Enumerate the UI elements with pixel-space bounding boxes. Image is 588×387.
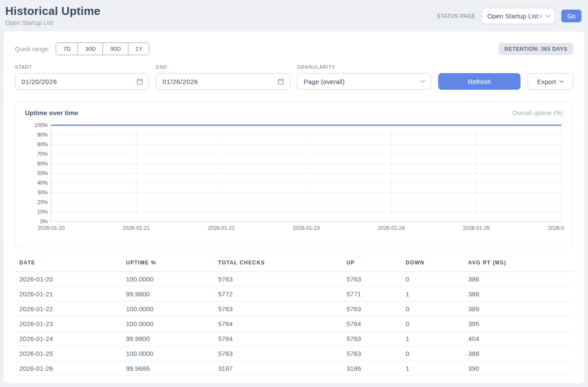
column-header-down: DOWN bbox=[406, 259, 468, 272]
table-cell: 3186 bbox=[347, 361, 406, 376]
start-date-input[interactable]: 01/20/2026 bbox=[15, 73, 149, 90]
table-cell: 5763 bbox=[347, 302, 406, 317]
column-header-uptime: UPTIME % bbox=[126, 259, 218, 272]
granularity-value: Page (overall) bbox=[304, 78, 344, 85]
svg-text:70%: 70% bbox=[37, 151, 48, 157]
end-date-input[interactable]: 01/26/2026 bbox=[156, 73, 290, 90]
table-cell: 100.0000 bbox=[126, 346, 218, 361]
table-cell: 2026-01-20 bbox=[15, 272, 126, 287]
svg-text:2026-01-23: 2026-01-23 bbox=[293, 225, 320, 231]
granularity-field: GRANULARITY Page (overall) bbox=[297, 64, 431, 90]
go-button[interactable]: Go bbox=[561, 10, 581, 22]
status-page-label: STATUS PAGE bbox=[437, 13, 475, 19]
export-button[interactable]: Export bbox=[528, 73, 573, 90]
status-page-select[interactable]: Open Startup List × bbox=[482, 8, 555, 24]
svg-text:2026-01-25: 2026-01-25 bbox=[463, 225, 490, 231]
svg-text:50%: 50% bbox=[37, 170, 48, 176]
uptime-line-chart: 100%90%80%70%60%50%40%30%20%10%0%2026-01… bbox=[24, 121, 564, 234]
svg-text:40%: 40% bbox=[37, 180, 48, 186]
quick-range-90d-button[interactable]: 90D bbox=[103, 43, 128, 55]
table-row: 2026-01-2699.9686318731861390 bbox=[15, 361, 573, 376]
chart-legend: Overall uptime (%) bbox=[512, 109, 563, 116]
end-date-label: END bbox=[156, 64, 290, 70]
retention-badge: RETENTION: 365 DAYS bbox=[499, 43, 573, 55]
table-cell: 2026-01-24 bbox=[15, 331, 126, 346]
table-cell: 0 bbox=[406, 346, 468, 361]
table-row: 2026-01-22100.0000576357630389 bbox=[15, 302, 573, 317]
table-cell: 5764 bbox=[218, 331, 347, 346]
quick-range-1y-button[interactable]: 1Y bbox=[128, 43, 149, 55]
end-date-field: END 01/26/2026 bbox=[156, 64, 290, 90]
table-cell: 388 bbox=[468, 346, 573, 361]
table-row: 2026-01-25100.0000576357630388 bbox=[15, 346, 573, 361]
svg-text:2026-01-24: 2026-01-24 bbox=[378, 225, 405, 231]
header-controls: STATUS PAGE Open Startup List × Go bbox=[437, 8, 581, 24]
granularity-label: GRANULARITY bbox=[297, 64, 431, 70]
table-cell: 2026-01-26 bbox=[15, 361, 126, 376]
svg-text:2026-01-22: 2026-01-22 bbox=[208, 225, 235, 231]
table-cell: 5763 bbox=[218, 346, 347, 361]
export-button-label: Export bbox=[537, 78, 556, 85]
table-cell: 100.0000 bbox=[126, 317, 218, 331]
svg-text:80%: 80% bbox=[37, 141, 48, 148]
refresh-button[interactable]: Refresh bbox=[438, 73, 521, 90]
table-cell: 99.9686 bbox=[126, 361, 218, 376]
page-subtitle: Open Startup List bbox=[5, 19, 100, 26]
table-cell: 100.0000 bbox=[126, 272, 218, 287]
clear-icon[interactable]: × bbox=[539, 12, 543, 20]
chart-plot-area: 100%90%80%70%60%50%40%30%20%10%0%2026-01… bbox=[24, 121, 564, 236]
table-cell: 5772 bbox=[218, 287, 347, 302]
svg-text:90%: 90% bbox=[37, 132, 48, 138]
table-cell: 5764 bbox=[347, 317, 406, 331]
column-header-avg-rt: AVG RT (MS) bbox=[468, 259, 573, 272]
table-cell: 5763 bbox=[347, 272, 406, 287]
table-row: 2026-01-20100.0000576357630386 bbox=[15, 272, 573, 287]
main-panel: Quick range: 7D 30D 90D 1Y RETENTION: 36… bbox=[4, 32, 584, 383]
table-cell: 3187 bbox=[218, 361, 347, 376]
svg-text:20%: 20% bbox=[37, 199, 48, 205]
table-cell: 5771 bbox=[347, 287, 406, 302]
table-cell: 386 bbox=[468, 272, 573, 287]
table-header-row: DATE UPTIME % TOTAL CHECKS UP DOWN AVG R… bbox=[15, 259, 573, 272]
calendar-icon[interactable] bbox=[136, 78, 143, 85]
table-row: 2026-01-2199.9800577257711388 bbox=[15, 287, 573, 302]
granularity-select[interactable]: Page (overall) bbox=[297, 73, 431, 90]
svg-text:2026-01-20: 2026-01-20 bbox=[38, 225, 65, 231]
table-cell: 100.0000 bbox=[126, 302, 218, 317]
table-cell: 1 bbox=[406, 361, 468, 376]
table-cell: 1 bbox=[406, 287, 468, 302]
quick-range-30d-button[interactable]: 30D bbox=[78, 43, 103, 55]
end-date-value: 01/26/2026 bbox=[163, 78, 198, 85]
chart-title: Uptime over time bbox=[25, 109, 78, 116]
table-cell: 5763 bbox=[218, 302, 347, 317]
uptime-table: DATE UPTIME % TOTAL CHECKS UP DOWN AVG R… bbox=[15, 259, 573, 376]
start-date-value: 01/20/2026 bbox=[21, 78, 57, 85]
top-header: Historical Uptime Open Startup List STAT… bbox=[0, 0, 588, 32]
table-cell: 388 bbox=[468, 287, 573, 302]
table-cell: 5764 bbox=[218, 317, 347, 331]
quick-range-button-group: 7D 30D 90D 1Y bbox=[56, 42, 149, 55]
table-cell: 2026-01-21 bbox=[15, 287, 126, 302]
chevron-down-icon bbox=[420, 80, 425, 83]
calendar-icon[interactable] bbox=[277, 78, 284, 85]
quick-range-group-wrap: Quick range: 7D 30D 90D 1Y bbox=[15, 42, 149, 55]
table-cell: 2026-01-25 bbox=[15, 346, 126, 361]
uptime-chart-card: Uptime over time Overall uptime (%) 100%… bbox=[15, 101, 573, 248]
status-page-selected-value: Open Startup List bbox=[487, 12, 538, 20]
table-row: 2026-01-2499.9800576457631404 bbox=[15, 331, 573, 346]
svg-text:2026-01-26: 2026-01-26 bbox=[548, 225, 564, 231]
quick-range-label: Quick range: bbox=[15, 46, 50, 53]
page-title: Historical Uptime bbox=[5, 4, 100, 18]
chevron-down-icon bbox=[559, 80, 564, 83]
svg-text:2026-01-21: 2026-01-21 bbox=[123, 225, 150, 231]
column-header-date: DATE bbox=[15, 259, 126, 272]
quick-range-7d-button[interactable]: 7D bbox=[56, 43, 78, 55]
table-cell: 5763 bbox=[218, 272, 347, 287]
title-block: Historical Uptime Open Startup List bbox=[5, 4, 100, 26]
table-cell: 390 bbox=[468, 361, 573, 376]
start-date-field: START 01/20/2026 bbox=[15, 64, 149, 90]
table-cell: 404 bbox=[468, 331, 573, 346]
svg-text:30%: 30% bbox=[37, 190, 48, 196]
chevron-down-icon bbox=[545, 14, 550, 18]
filters-row: START 01/20/2026 END 01/26/2026 GRANULAR… bbox=[15, 64, 573, 90]
